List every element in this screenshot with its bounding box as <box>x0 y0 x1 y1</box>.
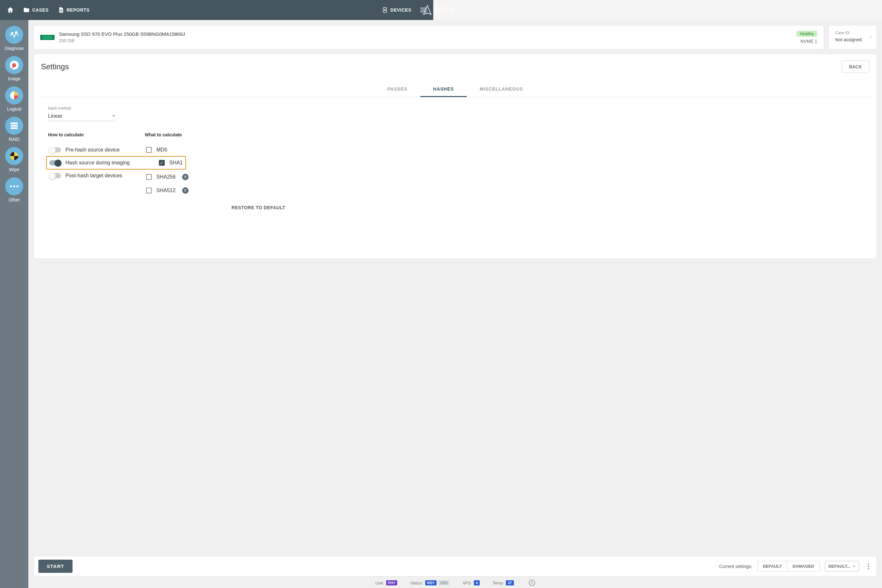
toggle-posthash-label: Post-hash target devices <box>66 173 122 178</box>
tab-passes[interactable]: PASSES <box>375 82 420 97</box>
rail-wipe[interactable]: Wipe <box>5 147 23 172</box>
rail-label: Wipe <box>9 167 20 172</box>
restore-to-default[interactable]: RESTORE TO DEFAULT <box>48 205 285 210</box>
toggle-prehash[interactable] <box>50 147 61 153</box>
ssd-chip-icon <box>40 35 54 40</box>
rail-raid[interactable]: RAID <box>5 117 23 142</box>
check-sha256-row: SHA256 ? <box>145 170 238 184</box>
rail-logical[interactable]: Logical <box>5 86 23 111</box>
device-card[interactable]: Samsung SSD 970 EVO Plus 250GB S59BNG0MA… <box>33 25 433 50</box>
diagnose-icon <box>5 26 23 44</box>
svg-rect-0 <box>60 10 62 10</box>
toggle-hash-during-imaging[interactable] <box>50 160 61 165</box>
nav-reports-label: REPORTS <box>67 8 90 13</box>
toggle-posthash[interactable] <box>50 173 61 178</box>
checkbox-md5-label: MD5 <box>156 147 167 153</box>
main-area: Samsung SSD 970 EVO Plus 250GB S59BNG0MA… <box>28 20 433 289</box>
checkbox-sha256-label: SHA256 <box>156 174 176 180</box>
svg-rect-1 <box>60 11 62 12</box>
svg-rect-11 <box>10 123 18 124</box>
topbar: CASES REPORTS Atola TECHNOLOGY DEVICES <box>0 0 433 20</box>
check-md5-row: MD5 <box>145 143 238 157</box>
logical-icon <box>5 86 23 105</box>
toggle-posthash-row: Post-hash target devices <box>48 169 141 183</box>
svg-point-16 <box>13 185 15 187</box>
svg-point-3 <box>384 9 386 11</box>
device-icon <box>382 7 388 13</box>
hash-method-label: Hash method <box>48 106 285 111</box>
checkbox-md5[interactable] <box>146 147 152 153</box>
rail-label: RAID <box>9 136 20 142</box>
toggle-during-label: Hash source during imaging <box>66 160 130 166</box>
svg-point-15 <box>10 185 12 187</box>
settings-card: Settings BACK PASSES HASHES MISCELLANEOU… <box>33 54 433 259</box>
svg-rect-13 <box>10 128 18 129</box>
home-icon[interactable] <box>6 6 14 14</box>
tab-hashes[interactable]: HASHES <box>420 82 433 97</box>
left-rail: Diagnose Image Logical RAID Wipe Other <box>0 20 28 289</box>
nav-devices-label: DEVICES <box>390 8 411 13</box>
checkbox-sha512-label: SHA512 <box>156 188 176 194</box>
svg-point-4 <box>11 33 13 34</box>
brand-logo: Atola TECHNOLOGY <box>423 4 433 16</box>
rail-image[interactable]: Image <box>5 56 23 81</box>
checkbox-sha512[interactable] <box>146 188 152 194</box>
nav-cases[interactable]: CASES <box>23 7 49 13</box>
document-icon <box>58 7 64 13</box>
rail-label: Image <box>8 76 21 81</box>
wipe-icon <box>5 147 23 165</box>
how-to-calc-label: How to calculate <box>48 132 141 137</box>
nav-devices[interactable]: DEVICES <box>382 7 411 13</box>
hash-method-value: Linear <box>48 113 62 119</box>
checkbox-sha256[interactable] <box>146 174 152 180</box>
rail-other[interactable]: Other <box>5 177 23 202</box>
image-icon <box>5 56 23 74</box>
toggle-prehash-row: Pre-hash source device <box>48 143 141 157</box>
page-title: Settings <box>41 62 69 71</box>
svg-point-5 <box>15 32 17 33</box>
rail-label: Diagnose <box>4 46 24 51</box>
svg-rect-12 <box>10 125 18 127</box>
help-icon[interactable]: ? <box>182 174 189 180</box>
device-size: 250 GB <box>59 38 433 43</box>
tabs: PASSES HASHES MISCELLANEOUS <box>41 82 433 97</box>
check-sha512-row: SHA512 ? <box>145 184 238 197</box>
rail-diagnose[interactable]: Diagnose <box>4 26 24 51</box>
what-to-calc-label: What to calculate <box>145 132 238 137</box>
nav-cases-label: CASES <box>32 8 49 13</box>
raid-icon <box>5 117 23 135</box>
chevron-down-icon <box>112 114 116 118</box>
svg-point-9 <box>15 64 16 65</box>
svg-point-17 <box>16 185 18 187</box>
other-icon <box>5 177 23 195</box>
svg-point-8 <box>12 63 14 64</box>
hash-method-select[interactable]: Linear <box>48 112 116 121</box>
svg-rect-2 <box>383 8 387 13</box>
rail-label: Logical <box>7 106 21 111</box>
help-icon[interactable]: ? <box>182 187 189 194</box>
nav-reports[interactable]: REPORTS <box>58 7 90 13</box>
folder-icon <box>23 7 30 13</box>
toggle-prehash-label: Pre-hash source device <box>66 147 120 153</box>
rail-label: Other <box>8 197 20 202</box>
device-name: Samsung SSD 970 EVO Plus 250GB S59BNG0MA… <box>59 31 433 37</box>
